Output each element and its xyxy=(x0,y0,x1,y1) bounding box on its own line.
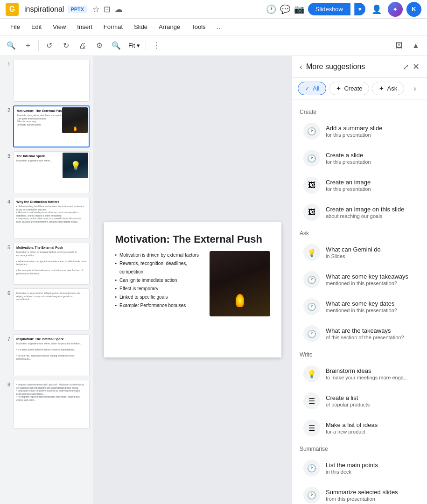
menu-format[interactable]: Format xyxy=(99,21,127,32)
panel-close-button[interactable]: ✕ xyxy=(413,62,420,72)
slide-4[interactable]: Why the Distinction Matters • Understand… xyxy=(13,197,90,239)
bullet-2: •Rewards, recognition, deadlines, compet… xyxy=(115,259,202,276)
slide-thumb-6: 6 Motivation is important for achieving … xyxy=(4,288,90,330)
doc-title[interactable]: inspirational xyxy=(24,5,64,14)
slide-thumb-2: 2 Motivation: The External Push Rewards,… xyxy=(4,105,90,147)
slide-1[interactable] xyxy=(13,60,90,102)
undo-btn[interactable]: ↺ xyxy=(42,38,56,53)
suggestion-create-slide[interactable]: 🕐 Create a slide for this presentation xyxy=(296,145,423,171)
search-btn[interactable]: 🔍 xyxy=(4,38,19,53)
key-takeaways-icon: 🕐 xyxy=(303,271,320,288)
suggestion-create-list[interactable]: ☰ Create a list of popular products xyxy=(296,388,423,414)
menu-view[interactable]: View xyxy=(48,21,70,32)
suggestion-key-takeaways[interactable]: 🕐 What are some key takeaways mentioned … xyxy=(296,266,423,293)
suggestion-create-image-slide[interactable]: 🖼 Create an image on this slide about re… xyxy=(296,199,423,225)
history-icon[interactable]: 🕐 xyxy=(266,4,276,14)
slide-canvas[interactable]: Motivation: The External Push •Motivatio… xyxy=(104,222,281,357)
menu-slide[interactable]: Slide xyxy=(129,21,152,32)
tab-create[interactable]: ✦ Create xyxy=(329,82,369,95)
tab-all[interactable]: ✓ All xyxy=(298,82,326,95)
ruler-horizontal xyxy=(101,63,284,71)
section-label-ask: Ask xyxy=(292,226,427,238)
slide-3[interactable]: The Internal Spark Inspiration originate… xyxy=(13,151,90,193)
menu-file[interactable]: File xyxy=(6,21,25,32)
star-icon[interactable]: ☆ xyxy=(92,4,100,14)
slide-6[interactable]: Motivation is important for achieving sh… xyxy=(13,288,90,330)
slide-thumb-4: 4 Why the Distinction Matters • Understa… xyxy=(4,197,90,239)
section-label-create: Create xyxy=(292,105,427,117)
top-bar: G inspirational PPTX ☆ ⊡ ☁ 🕐 💬 📷 Slidesh… xyxy=(0,0,427,19)
zoom-select[interactable]: Fit ▾ xyxy=(126,40,143,51)
suggestion-create-image[interactable]: 🖼 Create an image for this presentation xyxy=(296,172,423,198)
tab-ask[interactable]: ✦ Ask xyxy=(372,82,404,95)
bullet-1: •Motivation is driven by external factor… xyxy=(115,251,202,259)
suggestion-main-points[interactable]: 🕐 List the main points in this deck xyxy=(296,455,423,481)
create-list-icon: ☰ xyxy=(303,392,320,409)
suggestion-gemini-do[interactable]: 💡 What can Gemini do in Slides xyxy=(296,239,423,266)
suggestion-summarize-slides[interactable]: 🕐 Summarize selected slides from this pr… xyxy=(296,482,423,504)
slide-bullets: •Motivation is driven by external factor… xyxy=(115,251,202,346)
bullet-5: •Linked to specific goals xyxy=(115,293,202,301)
menu-more[interactable]: ... xyxy=(212,21,227,32)
panel-expand-button[interactable]: ⤢ xyxy=(403,63,409,71)
slide-image xyxy=(210,251,270,316)
slide-panel: 1 2 Motivation: The External Push Reward… xyxy=(0,56,93,504)
panel-header: ‹ More suggestions ⤢ ✕ xyxy=(292,56,427,78)
add-people-button[interactable]: 👤 xyxy=(369,2,384,17)
bullet-3: •Can ignite immediate action xyxy=(115,276,202,285)
slide-5[interactable]: Motivation: The External Push Motivation… xyxy=(13,243,90,285)
takeaways-section-icon: 🕐 xyxy=(303,325,320,342)
slideshow-dropdown[interactable]: ▾ xyxy=(354,3,365,15)
slide-2[interactable]: Motivation: The External Push Rewards, r… xyxy=(13,105,90,147)
slide-thumb-7: 7 Inspiration: The Internal Spark Inspir… xyxy=(4,334,90,376)
slide-thumb-5: 5 Motivation: The External Push Motivati… xyxy=(4,243,90,285)
print-btn[interactable]: 🖨 xyxy=(75,38,90,53)
slide-thumb-8: 8 • Inspired representatives don't just … xyxy=(4,380,90,429)
suggestion-add-summary-slide[interactable]: 🕐 Add a summary slide for this presentat… xyxy=(296,118,423,144)
insert-image-btn[interactable]: 🖼 xyxy=(392,38,406,53)
suggestion-list-ideas[interactable]: ☰ Make a list of ideas for a new product xyxy=(296,415,423,441)
slide-8[interactable]: • Inspired representatives don't just se… xyxy=(13,380,90,429)
create-image-icon: 🖼 xyxy=(303,177,320,194)
app-logo[interactable]: G xyxy=(6,3,19,16)
section-label-write: Write xyxy=(292,348,427,360)
expand-btn[interactable]: ▲ xyxy=(408,38,423,53)
panel-tabs: ✓ All ✦ Create ✦ Ask › xyxy=(292,78,427,99)
more-options-btn[interactable]: ⋮ xyxy=(149,38,164,53)
toolbar: 🔍 ＋ ↺ ↻ 🖨 ⚙ 🔍 Fit ▾ ⋮ 🖼 ▲ xyxy=(0,35,427,56)
user-avatar[interactable]: K xyxy=(406,2,421,17)
bullet-6: •Example: Performance bonuses xyxy=(115,301,202,310)
format-btn[interactable]: ⚙ xyxy=(92,38,107,53)
create-image-slide-icon: 🖼 xyxy=(303,204,320,221)
slide-thumb-1: 1 xyxy=(4,60,90,102)
brainstorm-icon: 💡 xyxy=(303,365,320,382)
menu-tools[interactable]: Tools xyxy=(187,21,210,32)
top-icons: ☆ ⊡ ☁ xyxy=(92,4,123,14)
menu-edit[interactable]: Edit xyxy=(27,21,46,32)
tab-more-button[interactable]: › xyxy=(408,82,421,95)
suggestion-takeaways-section[interactable]: 🕐 What are the takeaways of this section… xyxy=(296,321,423,347)
add-summary-icon: 🕐 xyxy=(303,123,320,140)
camera-icon[interactable]: 📷 xyxy=(294,4,304,14)
chat-icon[interactable]: 💬 xyxy=(280,4,290,14)
folder-icon[interactable]: ⊡ xyxy=(104,4,111,14)
main-area: 1 2 Motivation: The External Push Reward… xyxy=(0,56,427,504)
slide-2-image xyxy=(62,107,88,133)
panel-back-button[interactable]: ‹ xyxy=(300,62,302,72)
zoom-in-btn[interactable]: ＋ xyxy=(21,38,35,53)
slide-3-image: 💡 xyxy=(63,153,88,178)
bullet-4: •Effect is temporary xyxy=(115,285,202,293)
key-dates-icon: 🕐 xyxy=(303,298,320,315)
suggestion-brainstorm[interactable]: 💡 Brainstorm ideas to make your meetings… xyxy=(296,361,423,387)
redo-btn[interactable]: ↻ xyxy=(58,38,73,53)
menu-arrange[interactable]: Arrange xyxy=(154,21,185,32)
create-slide-icon: 🕐 xyxy=(303,150,320,167)
main-points-icon: 🕐 xyxy=(303,460,320,476)
suggestion-key-dates[interactable]: 🕐 What are some key dates mentioned in t… xyxy=(296,294,423,320)
slideshow-button[interactable]: Slideshow xyxy=(308,3,350,15)
gemini-button[interactable]: ✦ xyxy=(388,2,403,17)
slide-7[interactable]: Inspiration: The Internal Spark Inspirat… xyxy=(13,334,90,376)
cloud-icon[interactable]: ☁ xyxy=(114,4,123,14)
zoom-minus-btn[interactable]: 🔍 xyxy=(109,38,124,53)
menu-insert[interactable]: Insert xyxy=(72,21,97,32)
